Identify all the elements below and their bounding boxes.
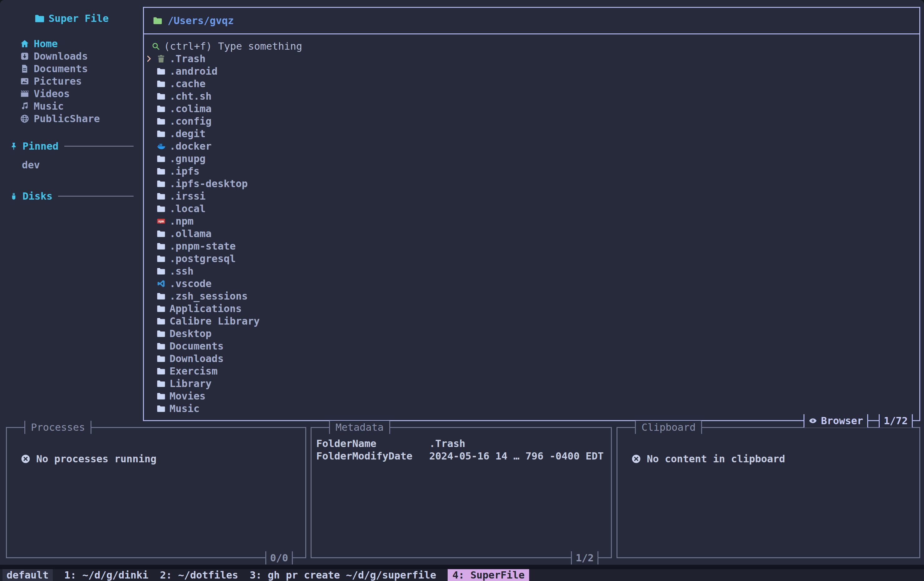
sidebar-nav: Home Downloads Documents Pictures Videos… [0, 38, 143, 125]
file-row-irssi[interactable]: .irssi [144, 190, 919, 202]
sidebar-item-label: Downloads [34, 50, 88, 62]
mode-indicator: Browser [804, 414, 867, 428]
processes-empty-state: No processes running [21, 453, 305, 465]
file-row-zsh-sessions[interactable]: .zsh_sessions [144, 290, 919, 302]
file-row-cache[interactable]: .cache [144, 78, 919, 90]
app-title: Super File [0, 13, 143, 24]
file-row-trash[interactable]: .Trash [144, 53, 919, 65]
position-indicator: 1/72 [879, 414, 912, 428]
file-name: .ipfs [170, 165, 200, 177]
file-area: (ctrl+f) Type something .Trash .android … [144, 34, 919, 415]
file-row-pnpm-state[interactable]: .pnpm-state [144, 240, 919, 252]
file-row-music[interactable]: Music [144, 402, 919, 415]
file-row-config[interactable]: .config [144, 115, 919, 127]
film-icon [20, 89, 29, 98]
sidebar-item-downloads[interactable]: Downloads [0, 50, 143, 63]
picture-icon [20, 76, 29, 86]
file-name: .cht.sh [170, 90, 212, 102]
docker-icon [157, 141, 166, 151]
sidebar-item-videos[interactable]: Videos [0, 88, 143, 100]
border-gap [868, 414, 879, 428]
pin-icon [9, 142, 18, 151]
file-row-vscode[interactable]: .vscode [144, 277, 919, 290]
search-input[interactable]: (ctrl+f) Type something [144, 40, 919, 53]
folder-icon [157, 204, 166, 214]
folder-icon [34, 13, 45, 24]
tmux-window-4-superfile[interactable]: 4: SuperFile [448, 569, 529, 581]
tmux-window-1-d-g-dinki[interactable]: 1: ~/d/g/dinki [64, 569, 148, 581]
sidebar-item-publicshare[interactable]: PublicShare [0, 113, 143, 125]
folder-icon [157, 179, 166, 189]
file-row-colima[interactable]: .colima [144, 103, 919, 115]
folder-icon [157, 266, 166, 276]
file-row-degit[interactable]: .degit [144, 127, 919, 140]
file-row-downloads[interactable]: Downloads [144, 353, 919, 365]
sidebar-item-home[interactable]: Home [0, 38, 143, 50]
eye-icon [808, 416, 817, 425]
circle-x-icon [21, 454, 31, 464]
metadata-value: .Trash [429, 438, 465, 450]
file-row-android[interactable]: .android [144, 65, 919, 78]
file-name: .Trash [170, 53, 206, 65]
superfile-app: Super File Home Downloads Documents Pict… [0, 0, 924, 581]
file-row-cht-sh[interactable]: .cht.sh [144, 90, 919, 103]
metadata-row: FolderModifyDate 2024-05-16 14 … 796 -04… [316, 450, 611, 462]
path-bar[interactable]: /Users/gvqz [144, 8, 919, 34]
file-name: .ssh [170, 265, 193, 277]
selection-cursor [145, 55, 157, 63]
folder-icon [157, 116, 166, 126]
file-browser-panel: /Users/gvqz (ctrl+f) Type something .Tra… [143, 7, 920, 421]
file-name: .ollama [170, 228, 212, 240]
file-row-calibre-library[interactable]: Calibre Library [144, 315, 919, 327]
sidebar-item-music[interactable]: Music [0, 100, 143, 113]
sidebar-item-label: PublicShare [34, 113, 100, 125]
folder-icon [157, 254, 166, 263]
file-name: .vscode [170, 278, 212, 290]
mode-label: Browser [821, 415, 863, 427]
file-list: .Trash .android .cache .cht.sh .coli [144, 53, 919, 415]
file-row-exercism[interactable]: Exercism [144, 365, 919, 377]
search-icon [152, 42, 160, 51]
metadata-row: FolderName .Trash [316, 437, 611, 450]
file-name: Movies [170, 390, 206, 402]
file-name: .pnpm-state [170, 240, 236, 252]
file-name: .irssi [170, 190, 206, 202]
file-row-movies[interactable]: Movies [144, 390, 919, 402]
folder-icon [157, 366, 166, 376]
folder-icon [157, 79, 166, 88]
folder-icon [157, 91, 166, 101]
file-name: .npm [170, 215, 193, 227]
file-name: Music [170, 403, 200, 414]
file-row-desktop[interactable]: Desktop [144, 327, 919, 340]
file-row-docker[interactable]: .docker [144, 140, 919, 152]
file-row-gnupg[interactable]: .gnupg [144, 152, 919, 165]
tmux-window-2-dotfiles[interactable]: 2: ~/dotfiles [160, 569, 238, 581]
metadata-value: 2024-05-16 14 … 796 -0400 EDT [429, 450, 604, 462]
file-row-ipfs[interactable]: .ipfs [144, 165, 919, 177]
folder-icon [157, 154, 166, 163]
sidebar-item-documents[interactable]: Documents [0, 63, 143, 75]
tmux-status-bar: default 1: ~/d/g/dinki2: ~/dotfiles3: gh… [0, 569, 924, 581]
tmux-window-list: 1: ~/d/g/dinki2: ~/dotfiles3: gh pr crea… [53, 569, 530, 581]
file-row-documents[interactable]: Documents [144, 340, 919, 353]
folder-icon [157, 66, 166, 76]
file-row-postgresql[interactable]: .postgresql [144, 252, 919, 265]
folder-icon [157, 404, 166, 413]
folder-icon [157, 341, 166, 351]
folder-icon [157, 129, 166, 138]
file-name: .zsh_sessions [170, 290, 248, 302]
file-name: .postgresql [170, 253, 236, 265]
file-row-local[interactable]: .local [144, 202, 919, 215]
file-row-library[interactable]: Library [144, 377, 919, 390]
file-row-ipfs-desktop[interactable]: .ipfs-desktop [144, 177, 919, 190]
folder-icon [157, 229, 166, 238]
sidebar-item-label: Pictures [34, 75, 82, 87]
file-row-ollama[interactable]: .ollama [144, 227, 919, 240]
metadata-panel-title: Metadata [329, 421, 390, 434]
file-row-npm[interactable]: .npm [144, 215, 919, 227]
file-row-applications[interactable]: Applications [144, 302, 919, 315]
file-row-ssh[interactable]: .ssh [144, 265, 919, 277]
sidebar-item-pictures[interactable]: Pictures [0, 75, 143, 88]
pinned-item-dev[interactable]: dev [0, 159, 143, 171]
tmux-window-3-gh-pr-create-d-g-superfile[interactable]: 3: gh pr create ~/d/g/superfile [250, 569, 436, 581]
